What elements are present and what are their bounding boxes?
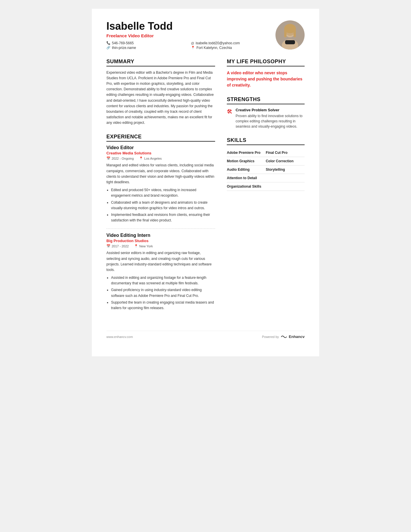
experience-section: EXPERIENCE Video Editor Creative Media S…: [106, 134, 215, 311]
skill-adobe-premiere: Adobe Premiere Pro: [227, 149, 266, 157]
calendar-icon-2: 📅: [106, 244, 110, 248]
email-value: isabelle.todd20@yahoo.com: [196, 41, 240, 45]
phone-value: 546-769-5665: [112, 41, 134, 45]
job-2-bullet-2: Gained proficiency in using industry-sta…: [111, 287, 215, 298]
phone-contact: 📞 546-769-5665: [106, 41, 185, 45]
job-2-desc: Assisted senior editors in editing and o…: [106, 250, 215, 273]
skill-attention-to-detail: Attention to Detail: [227, 174, 305, 182]
job-1-meta: 📅 2022 - Ongoing 📍 Los Angeles: [106, 156, 215, 160]
website-contact: 🔗 thin-prize.name: [106, 46, 185, 50]
summary-section: SUMMARY Experienced video editor with a …: [106, 59, 215, 126]
philosophy-section: MY LIFE PHILOSOPHY A video editor who ne…: [227, 59, 305, 88]
skill-organizational: Organizational Skills: [227, 182, 305, 191]
job-1-title: Video Editor: [106, 145, 215, 150]
job-2-bullets: Assisted in editing and organizing foota…: [106, 275, 215, 311]
job-2-date: 📅 2017 - 2022: [106, 244, 129, 248]
strengths-section: STRENGTHS 🛠 Creative Problem Solver Prov…: [227, 96, 305, 129]
enhancv-logo-icon: [281, 335, 287, 339]
location-value: Fort Katelynn, Czechia: [196, 46, 232, 50]
job-2-title: Video Editing Intern: [106, 233, 215, 238]
strength-item-1: 🛠 Creative Problem Solver Proven ability…: [227, 108, 305, 129]
website-value: thin-prize.name: [112, 46, 136, 50]
philosophy-title: MY LIFE PHILOSOPHY: [227, 59, 305, 66]
footer-brand: Powered by Enhancv: [262, 334, 305, 339]
main-content: SUMMARY Experienced video editor with a …: [106, 59, 305, 319]
location-contact: 📍 Fort Katelynn, Czechia: [191, 46, 270, 50]
strengths-title: STRENGTHS: [227, 96, 305, 104]
phone-icon: 📞: [106, 41, 110, 45]
candidate-title: Freelance Video Editor: [106, 33, 270, 38]
right-column: MY LIFE PHILOSOPHY A video editor who ne…: [227, 59, 305, 319]
job-1: Video Editor Creative Media Solutions 📅 …: [106, 145, 215, 223]
map-icon-2: 📍: [134, 244, 138, 248]
skill-motion-graphics: Motion Graphics: [227, 157, 266, 165]
skills-section: SKILLS Adobe Premiere Pro Final Cut Pro …: [227, 137, 305, 191]
experience-title: EXPERIENCE: [106, 134, 215, 142]
summary-text: Experienced video editor with a Bachelor…: [106, 70, 215, 126]
profile-photo: [275, 20, 305, 50]
strength-1-desc: Proven ability to find innovative soluti…: [236, 113, 305, 129]
summary-title: SUMMARY: [106, 59, 215, 66]
job-1-desc: Managed and edited videos for various cl…: [106, 163, 215, 185]
strength-content: Creative Problem Solver Proven ability t…: [236, 108, 305, 129]
resume-page: Isabelle Todd Freelance Video Editor 📞 5…: [92, 9, 319, 356]
footer-website: www.enhancv.com: [106, 335, 133, 339]
job-2: Video Editing Intern Big Production Stud…: [106, 233, 215, 311]
skill-color-correction: Color Correction: [266, 157, 305, 165]
job-2-company: Big Production Studios: [106, 239, 215, 243]
philosophy-text: A video editor who never stops improving…: [227, 70, 305, 88]
skills-title: SKILLS: [227, 137, 305, 145]
job-2-meta: 📅 2017 - 2022 📍 New York: [106, 244, 215, 248]
job-1-bullet-1: Edited and produced 50+ videos, resultin…: [111, 187, 215, 198]
job-1-bullet-3: Implemented feedback and revisions from …: [111, 212, 215, 223]
left-column: SUMMARY Experienced video editor with a …: [106, 59, 215, 319]
skill-audio-editing: Audio Editing: [227, 165, 266, 174]
job-1-bullets: Edited and produced 50+ videos, resultin…: [106, 187, 215, 223]
skill-storytelling: Storytelling: [266, 165, 305, 174]
brand-name: Enhancv: [289, 334, 305, 339]
strength-1-title: Creative Problem Solver: [236, 108, 305, 112]
email-icon: @: [191, 41, 194, 45]
job-1-company: Creative Media Solutions: [106, 151, 215, 155]
email-contact: @ isabelle.todd20@yahoo.com: [191, 41, 270, 45]
job-1-date: 📅 2022 - Ongoing: [106, 156, 134, 160]
calendar-icon: 📅: [106, 156, 110, 160]
tool-icon: 🛠: [227, 108, 233, 115]
powered-by-label: Powered by: [262, 335, 279, 339]
job-2-bullet-3: Supported the team in creating engaging …: [111, 300, 215, 311]
job-1-bullet-2: Collaborated with a team of designers an…: [111, 200, 215, 211]
job-2-bullet-1: Assisted in editing and organizing foota…: [111, 275, 215, 286]
footer: www.enhancv.com Powered by Enhancv: [106, 331, 305, 339]
svg-rect-6: [294, 29, 296, 37]
skills-grid: Adobe Premiere Pro Final Cut Pro Motion …: [227, 149, 305, 191]
contact-info: 📞 546-769-5665 @ isabelle.todd20@yahoo.c…: [106, 41, 270, 50]
svg-rect-7: [285, 40, 295, 44]
svg-rect-5: [284, 29, 287, 37]
skill-final-cut-pro: Final Cut Pro: [266, 149, 305, 157]
experience-divider: [106, 228, 215, 229]
candidate-name: Isabelle Todd: [106, 20, 270, 32]
header: Isabelle Todd Freelance Video Editor 📞 5…: [106, 20, 305, 50]
link-icon: 🔗: [106, 46, 110, 50]
map-icon: 📍: [139, 156, 143, 160]
location-icon: 📍: [191, 46, 195, 50]
job-2-location: 📍 New York: [134, 244, 153, 248]
job-1-location: 📍 Los Angeles: [139, 156, 162, 160]
header-left: Isabelle Todd Freelance Video Editor 📞 5…: [106, 20, 270, 50]
